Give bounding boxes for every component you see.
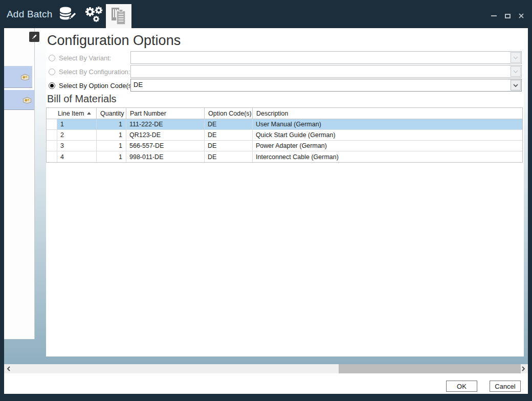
row-header-cell: [47, 130, 57, 140]
configuration-combobox[interactable]: [130, 65, 522, 78]
close-button[interactable]: [518, 12, 525, 19]
batch-list-item[interactable]: [4, 90, 34, 110]
bom-cell: DE: [204, 151, 252, 162]
horizontal-scrollbar[interactable]: [4, 364, 528, 373]
column-header-quantity[interactable]: Quantity: [96, 108, 126, 119]
row-header-cell: [47, 119, 57, 129]
radio-label: Select By Option Code(s):: [59, 82, 136, 90]
bom-row[interactable]: 11111-222-DEDEUser Manual (German): [47, 119, 522, 130]
bom-cell: 3: [57, 141, 96, 151]
bom-cell: Interconnect Cable (German): [252, 151, 522, 162]
combobox-value: DE: [134, 81, 143, 88]
bom-cell: Power Adapter (German): [252, 141, 522, 151]
option-row-option-codes: Select By Option Code(s): DE: [49, 79, 523, 92]
variant-combobox[interactable]: [130, 51, 522, 64]
dropdown-button[interactable]: [511, 80, 521, 91]
add-batch-window: Add Batch: [0, 0, 532, 401]
ok-button[interactable]: OK: [446, 381, 477, 392]
radio-label: Select By Configuration:: [59, 68, 130, 76]
cancel-button[interactable]: Cancel: [490, 381, 521, 392]
column-header-option-codes[interactable]: Option Code(s): [204, 108, 252, 119]
scrollbar-thumb[interactable]: [339, 364, 521, 373]
bom-cell: 1: [96, 119, 126, 129]
column-header-part-number[interactable]: Part Number: [126, 108, 204, 119]
column-header-line-item[interactable]: Line Item: [47, 108, 96, 119]
package-icon: [20, 73, 30, 81]
edit-pencil-icon[interactable]: [29, 32, 39, 42]
bom-cell: DE: [204, 119, 252, 129]
scroll-left-button[interactable]: [4, 364, 13, 373]
bom-cell: 111-222-DE: [126, 119, 204, 129]
row-header-cell: [47, 151, 57, 162]
dropdown-button[interactable]: [511, 66, 521, 77]
bom-cell: 2: [57, 130, 96, 140]
option-codes-combobox[interactable]: DE: [130, 79, 522, 92]
package-icon: [23, 96, 32, 104]
bom-cell: DE: [204, 141, 252, 151]
sort-ascending-icon: [87, 112, 91, 115]
bom-table-header: Line Item Quantity Part Number Option Co…: [47, 108, 522, 119]
main-panel: Configuration Options Select By Variant:: [46, 28, 524, 357]
close-icon: [518, 13, 524, 19]
bom-row[interactable]: 41998-011-DEDEInterconnect Cable (German…: [47, 151, 522, 162]
radio-label: Select By Variant:: [59, 54, 111, 62]
batch-list-panel: [4, 28, 35, 339]
minimize-button[interactable]: [490, 12, 497, 19]
bom-cell: 1: [96, 141, 126, 151]
bom-cell: DE: [204, 130, 252, 140]
batch-list-item[interactable]: [4, 66, 32, 88]
chevron-down-icon: [513, 84, 518, 87]
bom-cell: QR123-DE: [126, 130, 204, 140]
option-row-configuration: Select By Configuration:: [49, 65, 523, 78]
window-controls: [490, 12, 525, 19]
maximize-button[interactable]: [504, 12, 511, 19]
bom-cell: 1: [96, 151, 126, 162]
bom-cell: 998-011-DE: [126, 151, 204, 162]
database-edit-icon[interactable]: [57, 5, 77, 26]
bom-cell: 1: [57, 119, 96, 129]
bom-cell: Quick Start Guide (German): [252, 130, 522, 140]
radio-select-by-configuration[interactable]: [49, 69, 55, 75]
scroll-right-button[interactable]: [519, 364, 528, 373]
chevron-down-icon: [513, 70, 518, 73]
section-title: Bill of Materials: [47, 93, 117, 105]
window-title: Add Batch: [7, 9, 52, 20]
bom-cell: 4: [57, 151, 96, 162]
bom-cell: 566-557-DE: [126, 141, 204, 151]
bom-cell: 1: [96, 130, 126, 140]
titlebar: Add Batch: [0, 0, 532, 28]
gears-icon[interactable]: [83, 5, 104, 28]
content-area: Configuration Options Select By Variant:: [4, 28, 528, 364]
footer-bar: OK Cancel: [4, 373, 528, 394]
dropdown-button[interactable]: [511, 52, 521, 63]
bom-row[interactable]: 21QR123-DEDEQuick Start Guide (German): [47, 130, 522, 141]
bom-row[interactable]: 31566-557-DEDEPower Adapter (German): [47, 141, 522, 151]
bom-table: Line Item Quantity Part Number Option Co…: [46, 107, 523, 163]
chevron-down-icon: [513, 56, 518, 59]
option-row-variant: Select By Variant:: [49, 51, 523, 64]
bom-cell: User Manual (German): [252, 119, 522, 129]
chevron-right-icon: [522, 366, 525, 371]
chevron-left-icon: [7, 366, 10, 371]
copy-documents-icon: [110, 7, 127, 26]
radio-select-by-variant[interactable]: [49, 55, 55, 61]
bom-rows: 11111-222-DEDEUser Manual (German)21QR12…: [47, 119, 522, 162]
radio-select-by-option-codes[interactable]: [49, 82, 55, 89]
row-header-cell: [47, 141, 57, 151]
copy-documents-tool-active[interactable]: [106, 4, 131, 28]
page-title: Configuration Options: [47, 33, 181, 49]
column-header-description[interactable]: Description: [252, 108, 522, 119]
